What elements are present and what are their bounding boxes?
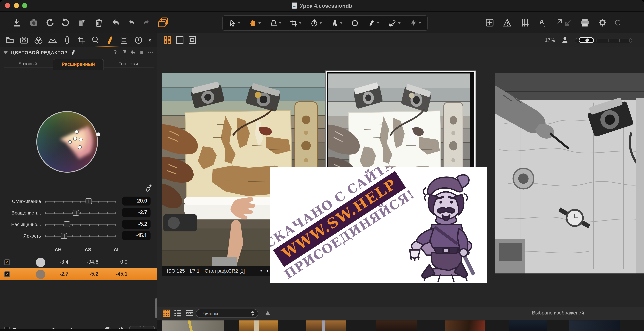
selection-status: Выбрано изображений [532,310,584,315]
color-editor-title: ЦВЕТОВОЙ РЕДАКТОР [11,50,68,55]
redo-button[interactable] [140,14,152,31]
tab-skin-tone[interactable]: Тон кожи [109,59,148,68]
pan-tool[interactable] [249,19,261,27]
apply-adjustments-tool[interactable] [410,19,421,27]
multi-view-icon[interactable] [163,36,172,44]
straighten-tool[interactable] [310,19,322,27]
wheel-point[interactable] [78,145,82,149]
slider-track[interactable] [45,201,116,202]
fit-person-icon[interactable] [562,37,568,43]
revert-button[interactable] [108,14,123,31]
slider-handle[interactable] [73,210,79,216]
wheel-point[interactable] [75,130,79,134]
filmstrip-thumb[interactable] [569,321,620,331]
proof-profile-button[interactable]: A [535,14,550,31]
slider-handle[interactable] [61,233,67,239]
slider-value[interactable]: -45.1 [122,231,150,240]
viewer-panel-toggle[interactable] [482,14,497,31]
filmstrip-thumb[interactable] [306,321,346,331]
compact-view-icon[interactable] [186,309,193,317]
panel-scrollbar[interactable] [155,298,157,318]
range-checkbox[interactable]: ✓ [4,259,10,265]
erase-mask-tool[interactable] [388,19,401,27]
color-range-row-selected[interactable]: ✓ -2.7 -5.2 -45.1 [0,268,157,280]
undo-button[interactable] [126,14,138,31]
capture-button[interactable] [26,14,41,31]
range-checkbox[interactable]: ✓ [4,271,10,277]
collapse-triangle-icon[interactable] [4,51,8,54]
color-editor-header: ЦВЕТОВОЙ РЕДАКТОР ? ≡ ··· [0,47,157,58]
tab-lens-icon[interactable] [60,34,74,46]
wheel-outside-point[interactable] [96,132,100,136]
wheel-point[interactable] [73,137,77,141]
eyedropper-icon[interactable] [144,184,152,192]
tab-capture-icon[interactable] [18,34,30,46]
filmstrip-thumb[interactable] [238,321,278,331]
print-button[interactable] [578,14,592,31]
slider-value[interactable]: -5.2 [122,220,150,229]
rotate-left-button[interactable] [44,14,56,31]
tab-exposure-icon[interactable] [46,34,59,46]
wheel-point[interactable] [68,140,72,144]
photo-thumbnail-3[interactable] [495,73,644,274]
slider-value[interactable]: 20.0 [122,197,150,206]
titlebar: Урок 4.cosessiondb [0,0,644,11]
exposure-warning-button[interactable] [500,14,514,31]
single-view-icon[interactable] [176,36,184,44]
zoom-slider[interactable] [575,38,632,43]
tab-adjustments-brush-icon[interactable] [103,34,116,46]
watermark-overlay: СКАЧАНО С САЙТА WWW.SW.HELP ПРИСОЕДИНЯЙС… [270,167,487,283]
spot-removal-tool[interactable] [351,19,359,27]
import-button[interactable] [10,14,24,31]
slider-track[interactable] [45,224,116,225]
slider-handle[interactable] [86,198,92,204]
slider-handle[interactable] [64,221,70,227]
reset-icon[interactable] [130,50,136,55]
wheel-point[interactable] [79,138,82,141]
help-button[interactable] [613,14,620,31]
crop-tool[interactable] [290,19,302,27]
copy-adjustments-button[interactable] [155,14,172,31]
proof-view-icon[interactable] [188,36,196,44]
draw-mask-tool[interactable] [368,19,379,27]
tab-library-icon[interactable] [4,34,16,46]
more-options-icon[interactable]: ··· [148,49,153,55]
tab-composition-icon[interactable] [75,34,88,46]
settings-gear-icon[interactable] [595,14,610,31]
zoom-slider-handle[interactable] [578,37,594,43]
rotate-right-button[interactable] [59,14,72,31]
loupe-tool[interactable] [270,19,281,27]
help-icon[interactable]: ? [114,49,117,55]
sort-direction-icon[interactable] [265,311,270,315]
grid-overlay-button[interactable] [518,14,532,31]
select-tool[interactable] [229,19,240,27]
grid-view-icon[interactable] [162,309,170,317]
color-range-row[interactable]: ✓ -3.4 -94.6 0.0 [0,256,157,268]
tab-metadata-icon[interactable] [118,34,130,46]
tab-advanced[interactable]: Расширенный [52,59,104,70]
filmstrip-thumb[interactable] [509,321,547,331]
sort-select[interactable]: Ручной [196,309,258,318]
export-arrows-button[interactable] [552,14,575,31]
cursor-tool-group [222,15,428,31]
tab-basic[interactable]: Базовый [8,59,47,68]
slider-track[interactable] [45,213,116,214]
list-view-icon[interactable] [174,309,182,317]
export-button[interactable] [74,14,89,31]
keystone-tool[interactable] [331,19,342,27]
trash-button[interactable] [92,14,106,31]
slider-value[interactable]: -2.7 [122,208,150,217]
tab-overflow-chevrons[interactable]: » [146,34,154,46]
tab-info-icon[interactable] [132,34,145,46]
tab-color-icon[interactable] [32,34,45,46]
tab-details-icon[interactable] [89,34,102,46]
filmstrip-thumb[interactable] [445,321,485,331]
filmstrip-thumb[interactable] [162,321,224,331]
color-wheel[interactable] [36,111,98,173]
copy-apply-arrow-icon[interactable] [121,49,126,55]
window-title: Урок 4.cosessiondb [0,2,644,9]
slider-track[interactable] [45,236,116,237]
presets-menu-icon[interactable]: ≡ [140,49,144,55]
filmstrip-thumb[interactable] [376,321,417,331]
slider-label: Сглаживание [0,199,41,204]
